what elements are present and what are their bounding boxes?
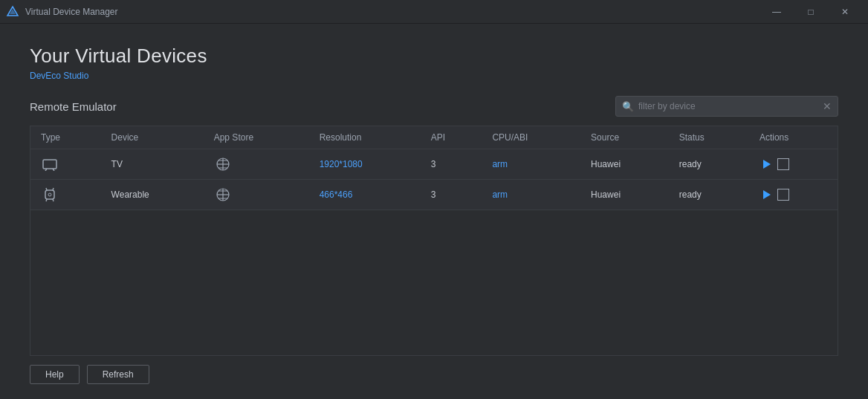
col-api: API xyxy=(421,126,482,149)
col-appstore: App Store xyxy=(204,126,309,149)
actions-container xyxy=(760,188,827,201)
col-device: Device xyxy=(101,126,204,149)
table-wrapper: Type Device App Store Resolution API CPU… xyxy=(30,126,838,356)
col-status: Status xyxy=(669,126,749,149)
col-type: Type xyxy=(30,126,101,149)
row-cpu-cell: arm xyxy=(482,149,580,180)
row-resolution-cell: 1920*1080 xyxy=(309,149,421,180)
minimize-button[interactable]: — xyxy=(760,0,794,24)
search-input[interactable] xyxy=(638,101,823,111)
search-box[interactable]: 🔍 ✕ xyxy=(615,96,838,117)
search-icon: 🔍 xyxy=(622,101,634,112)
col-cpu: CPU/ABI xyxy=(482,126,580,149)
row-appstore-cell xyxy=(204,149,309,180)
app-logo-icon xyxy=(6,5,19,19)
wearable-icon xyxy=(41,186,59,204)
svg-line-12 xyxy=(46,188,47,190)
stop-button[interactable] xyxy=(777,189,789,201)
help-button[interactable]: Help xyxy=(30,365,80,384)
section-title: Remote Emulator xyxy=(30,100,117,113)
row-api-cell: 3 xyxy=(421,180,482,210)
row-actions-cell xyxy=(749,149,838,180)
row-device-cell: TV xyxy=(101,149,204,180)
empty-table-area xyxy=(30,210,838,356)
svg-rect-11 xyxy=(45,190,54,199)
app-store-icon xyxy=(214,186,232,204)
col-source: Source xyxy=(580,126,669,149)
row-resolution-cell: 466*466 xyxy=(309,180,421,210)
play-button[interactable] xyxy=(760,188,773,201)
window-controls: — □ ✕ xyxy=(760,0,862,24)
row-actions-cell xyxy=(749,180,838,210)
svg-marker-22 xyxy=(763,190,771,199)
row-source-cell: Huawei xyxy=(580,149,669,180)
search-clear-icon[interactable]: ✕ xyxy=(823,100,832,112)
page-subtitle: DevEco Studio xyxy=(30,71,838,81)
title-bar: Virtual Device Manager — □ ✕ xyxy=(0,0,868,24)
table-row: Wearable 466*466 xyxy=(30,180,838,210)
row-appstore-cell xyxy=(204,180,309,210)
svg-marker-10 xyxy=(763,160,771,169)
table-header-row: Type Device App Store Resolution API CPU… xyxy=(30,126,838,149)
device-table: Type Device App Store Resolution API CPU… xyxy=(30,126,838,210)
window-title: Virtual Device Manager xyxy=(25,7,118,17)
app-store-icon xyxy=(214,155,232,173)
svg-line-13 xyxy=(53,188,54,190)
maximize-button[interactable]: □ xyxy=(794,0,828,24)
svg-line-15 xyxy=(53,199,54,201)
refresh-button[interactable]: Refresh xyxy=(87,365,149,384)
row-source-cell: Huawei xyxy=(580,180,669,210)
main-content: Your Virtual Devices DevEco Studio Remot… xyxy=(0,24,868,399)
row-api-cell: 3 xyxy=(421,149,482,180)
title-bar-left: Virtual Device Manager xyxy=(6,5,118,19)
play-button[interactable] xyxy=(760,158,773,171)
row-status-cell: ready xyxy=(669,149,749,180)
actions-container xyxy=(760,158,827,171)
bottom-buttons: Help Refresh xyxy=(30,365,149,384)
table-row: TV 1920*1080 3 xyxy=(30,149,838,180)
tv-icon xyxy=(41,155,59,173)
svg-rect-2 xyxy=(43,160,56,169)
svg-point-16 xyxy=(48,193,51,196)
row-type-cell xyxy=(30,180,101,210)
page-title: Your Virtual Devices xyxy=(30,45,838,68)
bottom-bar: Help Refresh xyxy=(30,356,838,384)
row-device-cell: Wearable xyxy=(101,180,204,210)
row-status-cell: ready xyxy=(669,180,749,210)
svg-line-14 xyxy=(46,199,47,201)
row-type-cell xyxy=(30,149,101,180)
stop-button[interactable] xyxy=(777,158,789,170)
col-resolution: Resolution xyxy=(309,126,421,149)
row-cpu-cell: arm xyxy=(482,180,580,210)
col-actions: Actions xyxy=(749,126,838,149)
close-button[interactable]: ✕ xyxy=(828,0,862,24)
section-header: Remote Emulator 🔍 ✕ xyxy=(30,96,838,117)
